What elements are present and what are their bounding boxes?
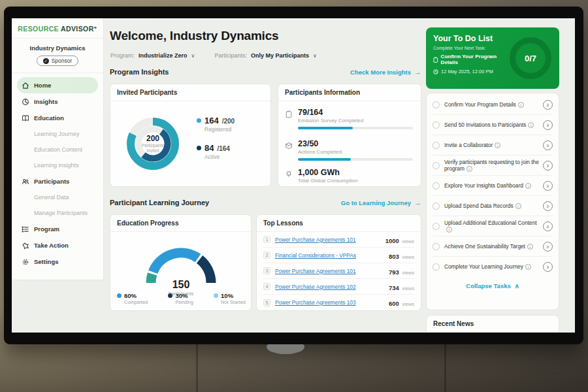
task-checkbox[interactable]: [433, 263, 440, 270]
participants-filter-value[interactable]: Only My Participants: [251, 52, 309, 59]
settings-icon: [22, 258, 29, 266]
bulb-icon: [285, 171, 293, 178]
sidebar-item-learning-journey[interactable]: Learning Journey: [17, 126, 98, 142]
info-icon[interactable]: i: [525, 183, 531, 189]
metric-emission-survey: 79/164 Emission Survey Completed: [285, 108, 414, 129]
sidebar-item-insights[interactable]: Insights: [17, 93, 98, 110]
todo-next-task: Confirm Your Program Details: [433, 54, 512, 65]
info-icon[interactable]: i: [518, 102, 524, 108]
todo-counter: 0/7: [525, 54, 536, 63]
donut-legend: 164 /200 Registered 84 /164 Active: [197, 116, 235, 171]
task-checkbox[interactable]: [433, 223, 440, 230]
sidebar-item-education-content[interactable]: Education Content: [17, 142, 98, 157]
views-count: 600 views: [389, 297, 414, 308]
cabinet-seam: [196, 340, 198, 392]
arrow-right-icon: →: [414, 199, 421, 206]
sidebar-item-program[interactable]: Program: [17, 221, 98, 237]
program-filter-value[interactable]: Industrialize Zero: [139, 52, 188, 59]
insights-icon: [22, 98, 29, 106]
task-row: Upload Additional Educational Contenti ›: [433, 216, 553, 237]
sidebar-item-label: Program: [34, 225, 59, 233]
card-title: Invited Participants: [110, 84, 270, 101]
collapse-tasks-link[interactable]: Collapse Tasks ∧: [433, 277, 553, 292]
sidebar-item-general-data[interactable]: General Data: [17, 189, 98, 205]
info-icon[interactable]: i: [515, 203, 521, 209]
chevron-right-button[interactable]: ›: [543, 242, 553, 252]
chevron-right-button[interactable]: ›: [543, 181, 553, 191]
info-icon[interactable]: i: [495, 142, 500, 148]
sidebar-item-label: Learning Journey: [34, 131, 80, 137]
chevron-up-icon: ∧: [515, 282, 519, 289]
sidebar-item-label: Home: [34, 82, 51, 89]
progress-bar: [298, 158, 413, 161]
sidebar-item-label: Participants: [34, 178, 69, 185]
task-checkbox[interactable]: [433, 182, 440, 189]
lesson-link[interactable]: Power Purchase Agreements 102: [275, 284, 389, 290]
task-checkbox[interactable]: [433, 203, 440, 210]
chevron-right-button[interactable]: ›: [543, 262, 553, 272]
sidebar-item-settings[interactable]: Settings: [17, 253, 98, 270]
info-icon[interactable]: i: [446, 227, 452, 233]
lesson-link[interactable]: Power Purchase Agreements 101: [275, 268, 389, 274]
check-more-insights-link[interactable]: Check More Insights →: [350, 68, 421, 76]
legend-dot: [214, 293, 218, 298]
sidebar-item-label: Learning Insights: [34, 162, 79, 169]
chevron-down-icon[interactable]: ∨: [313, 53, 317, 59]
page-title: Welcome, Industry Dynamics: [110, 29, 278, 43]
learning-journey-header: Participant Learning Journey Go to Learn…: [110, 199, 421, 206]
legend-item-not-started: 10% Not Started: [214, 292, 246, 305]
task-row: Achieve One Sustainability Targeti ›: [433, 237, 553, 257]
sidebar-item-manage-participants[interactable]: Manage Participants: [17, 205, 98, 221]
sidebar-item-take-action[interactable]: Take Action: [17, 237, 98, 253]
sidebar-item-education[interactable]: Education: [17, 110, 98, 126]
home-icon: [22, 82, 29, 90]
program-insights-header: Program Insights Check More Insights →: [110, 68, 421, 76]
task-row: Upload Spend Data Recordsi ›: [433, 196, 553, 216]
lesson-link[interactable]: Power Purchase Agreements 103: [275, 299, 389, 306]
chevron-right-button[interactable]: ›: [543, 201, 553, 211]
task-checkbox[interactable]: [433, 142, 440, 149]
task-checkbox[interactable]: [433, 162, 440, 169]
chevron-right-button[interactable]: ›: [543, 161, 553, 171]
chevron-right-button[interactable]: ›: [543, 140, 553, 150]
take-action-icon: [22, 242, 29, 250]
chevron-right-button[interactable]: ›: [543, 221, 553, 231]
chevron-right-button[interactable]: ›: [543, 100, 553, 110]
brand-plus: +: [94, 25, 97, 31]
chevron-right-button[interactable]: ›: [543, 120, 553, 130]
actions-icon: [285, 142, 293, 150]
info-icon[interactable]: i: [528, 122, 534, 128]
info-icon[interactable]: i: [527, 244, 533, 250]
sidebar-item-label: Take Action: [34, 242, 69, 249]
lesson-link[interactable]: Power Purchase Agreements 101: [275, 237, 385, 243]
chevron-down-icon[interactable]: ∨: [191, 53, 195, 59]
photo-background: RESOURCE ADVISOR+ Industry Dynamics Spon…: [0, 0, 588, 392]
recent-news-card: Recent News: [426, 315, 559, 333]
invited-participants-donut-chart: 200 Participants Invited: [117, 108, 189, 180]
todo-due-date: 12 May 2025, 12:00 PM: [433, 69, 512, 74]
education-icon: [22, 114, 29, 122]
invited-participants-card: Invited Participants 200 Participants In…: [110, 84, 271, 187]
sidebar: RESOURCE ADVISOR+ Industry Dynamics Spon…: [12, 18, 104, 280]
task-checkbox[interactable]: [433, 243, 440, 250]
sidebar-item-participants[interactable]: Participants: [17, 173, 98, 189]
task-checkbox[interactable]: [433, 122, 440, 129]
sidebar-item-learning-insights[interactable]: Learning Insights: [17, 157, 98, 173]
task-checkbox[interactable]: [433, 101, 440, 108]
top-lessons-card: Top Lessons 1 Power Purchase Agreements …: [256, 214, 421, 311]
info-icon[interactable]: i: [525, 264, 531, 270]
survey-icon: [285, 110, 293, 118]
todo-subtitle: Complete Your Next Task:: [433, 46, 512, 50]
card-title: Participants Information: [278, 84, 421, 101]
lesson-row: 1 Power Purchase Agreements 101 1000 vie…: [263, 232, 414, 248]
lesson-link[interactable]: Financial Considerations - VPPAs: [275, 252, 389, 259]
program-filter-label: Program:: [110, 52, 135, 59]
task-row: Confirm Your Program Detailsi ›: [433, 95, 553, 115]
go-to-learning-journey-link[interactable]: Go to Learning Journey →: [341, 199, 421, 206]
task-row: Explore Your Insights Dashboardi ›: [433, 176, 553, 196]
sidebar-item-label: Insights: [34, 98, 57, 105]
info-icon[interactable]: i: [466, 166, 472, 172]
sidebar-item-home[interactable]: Home: [17, 77, 98, 93]
sponsor-label: Sponsor: [52, 57, 73, 64]
clipboard-icon: [433, 57, 438, 63]
